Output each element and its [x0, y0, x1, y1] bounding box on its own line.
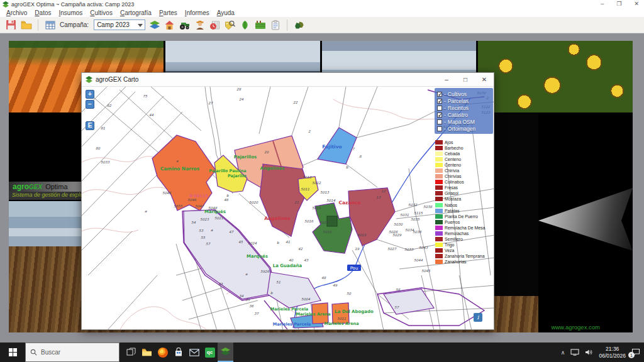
store-icon — [174, 348, 183, 357]
svg-text:b: b — [277, 241, 279, 244]
map-close-button[interactable]: ✕ — [475, 73, 494, 86]
firefox-button[interactable] — [155, 343, 170, 362]
main-titlebar: agroGEX Optima ~ Campaña activa: Camp 20… — [0, 0, 644, 9]
open-folder-icon — [21, 20, 32, 30]
task-view-button[interactable] — [123, 343, 139, 362]
agrogex-taskbar-button[interactable] — [218, 343, 233, 362]
farm-button[interactable] — [164, 19, 175, 31]
notification-center-button[interactable]: 1 — [631, 348, 640, 356]
map-minimize-button[interactable]: – — [437, 73, 456, 86]
tray-clock[interactable]: 21:36 06/01/2026 — [599, 346, 626, 359]
menu-item[interactable]: Datos — [31, 9, 55, 16]
search-tag-button[interactable] — [224, 19, 236, 31]
layer-row[interactable]: - Mapa OSM — [437, 118, 491, 125]
layer-checkbox[interactable] — [437, 92, 442, 97]
layer-label: Recintos — [448, 105, 469, 111]
schedule-button[interactable] — [209, 19, 221, 31]
parcel-camino-narros[interactable] — [152, 135, 216, 211]
client-area: agro GEX Optima Sistema de gestión de ex… — [0, 33, 644, 343]
svg-text:5029: 5029 — [392, 233, 401, 237]
farmer-button[interactable] — [194, 19, 206, 31]
network-icon[interactable] — [570, 349, 579, 356]
tractor-button[interactable] — [179, 19, 191, 31]
menu-item[interactable]: Insumos — [55, 9, 87, 16]
farmer-icon — [195, 20, 205, 30]
map-maximize-button[interactable]: □ — [456, 73, 475, 86]
legend-swatch — [435, 140, 443, 145]
layers-button[interactable] — [148, 19, 160, 31]
mail-button[interactable] — [186, 343, 202, 362]
layer-checkbox[interactable] — [437, 119, 442, 124]
svg-text:Pajarillo: Pajarillo — [228, 173, 247, 178]
volume-icon[interactable] — [585, 349, 593, 356]
zoom-out-button[interactable]: − — [86, 100, 94, 109]
close-button[interactable]: ✕ — [634, 1, 639, 7]
svg-text:28: 28 — [236, 87, 241, 91]
field-button[interactable] — [254, 19, 266, 31]
open-folder-button[interactable] — [20, 19, 32, 31]
store-button[interactable] — [170, 343, 186, 362]
brand-gex: GEX — [29, 184, 42, 190]
parcel-lavender-east[interactable] — [384, 289, 434, 314]
menu-item[interactable]: Cultivos — [86, 9, 116, 16]
parcel-lavender-south[interactable] — [267, 272, 321, 308]
file-explorer-button[interactable] — [139, 343, 155, 362]
legend-swatch — [435, 260, 443, 264]
extent-button[interactable]: E — [86, 121, 94, 130]
combo-arrow-icon — [138, 24, 143, 27]
layer-row[interactable]: - Catastro — [437, 111, 491, 118]
layer-row[interactable]: - Cultivos — [437, 90, 491, 97]
svg-text:5012: 5012 — [312, 181, 321, 185]
layer-checkbox[interactable] — [437, 112, 442, 118]
tray-expand-icon[interactable]: ∧ — [561, 349, 565, 356]
save-button[interactable] — [5, 19, 17, 31]
svg-text:7: 7 — [352, 147, 355, 151]
info-button[interactable]: i — [474, 313, 482, 322]
map-titlebar: agroGEX Carto – □ ✕ — [82, 73, 494, 87]
parcel-green[interactable] — [313, 203, 352, 253]
svg-text:5027: 5027 — [387, 247, 397, 251]
map-svg[interactable]: Pou 828180503375442222027242827812132150… — [82, 87, 494, 329]
minimize-button[interactable]: – — [601, 1, 604, 7]
agrogex-hexagons-button[interactable] — [293, 19, 305, 31]
menu-item[interactable]: Partes — [155, 9, 181, 16]
qcad-icon: qc — [205, 348, 215, 358]
menu-item[interactable]: Archivo — [3, 9, 31, 16]
legend-label: Ajos — [445, 140, 453, 145]
parcel-green-inner[interactable] — [327, 216, 337, 226]
search-box[interactable]: Buscar — [25, 343, 119, 362]
report-button[interactable] — [269, 19, 281, 31]
svg-text:5035: 5035 — [411, 217, 419, 221]
menubar: ArchivoDatosInsumosCultivosCartografíaPa… — [0, 9, 644, 17]
legend-row: Girasol — [435, 190, 493, 196]
right-column — [538, 112, 633, 332]
menu-item[interactable]: Informes — [181, 9, 213, 16]
menu-item[interactable]: Ayuda — [213, 9, 238, 16]
campaign-grid-button[interactable] — [44, 19, 56, 31]
layer-checkbox[interactable] — [437, 126, 442, 131]
layer-checkbox[interactable] — [437, 106, 442, 111]
svg-text:50: 50 — [347, 292, 351, 295]
qcad-button[interactable]: qc — [202, 343, 218, 362]
legend-swatch — [435, 191, 443, 195]
zoom-in-button[interactable]: + — [86, 90, 94, 99]
campaign-combobox[interactable]: Camp 2023 — [94, 19, 145, 30]
svg-text:Angelines: Angelines — [264, 216, 291, 221]
layer-row[interactable]: - Ortoimagen — [437, 125, 491, 132]
search-icon — [30, 349, 37, 356]
maximize-button[interactable]: ❐ — [616, 1, 621, 7]
legend-label: Trigo — [445, 243, 454, 247]
layer-checkbox[interactable] — [437, 99, 442, 104]
menu-item[interactable]: Cartografía — [116, 9, 155, 16]
layer-row[interactable]: - Recintos — [437, 104, 491, 111]
parcel-angelines[interactable] — [260, 164, 309, 236]
layer-row[interactable]: - Parcelas — [437, 97, 491, 104]
start-button[interactable] — [0, 343, 25, 362]
legend-swatch — [435, 237, 443, 241]
legend-label: Chirivias — [445, 174, 461, 178]
layer-prefix: - — [444, 126, 446, 132]
svg-text:5033: 5033 — [101, 160, 109, 164]
crop-leaf-button[interactable] — [239, 19, 251, 31]
legend-swatch — [435, 157, 443, 162]
parcel-cazanco[interactable] — [348, 188, 395, 246]
